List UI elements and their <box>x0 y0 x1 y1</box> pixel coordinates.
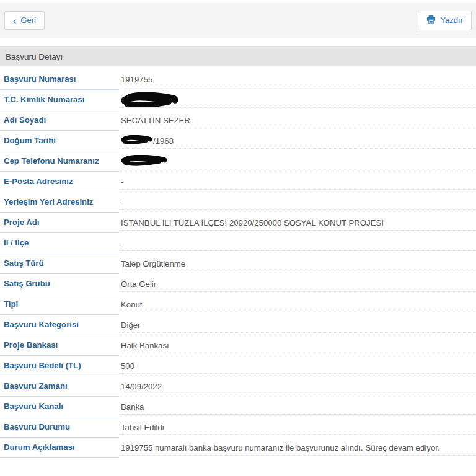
row-value: Konut <box>119 294 476 312</box>
row-label: Doğum Tarihi <box>0 131 119 151</box>
back-button-label: Geri <box>20 15 36 25</box>
row-value-text: Orta Gelir <box>121 280 156 289</box>
row-value-text: 500 <box>121 361 134 371</box>
row-value: /1968 <box>119 131 476 149</box>
row-label: Başvuru Bedeli (TL) <box>0 356 119 376</box>
row-label: Satış Türü <box>0 253 119 274</box>
detail-row: Yerleşim Yeri Adresiniz - <box>0 192 476 213</box>
row-label: Tipi <box>0 294 119 315</box>
row-value: İSTANBUL İLİ TUZLA İLÇESİ 20920/250000 S… <box>119 213 476 231</box>
row-value <box>119 90 476 108</box>
section-header: Başvuru Detayı <box>0 46 476 66</box>
row-value: Diğer <box>119 315 476 333</box>
detail-row: Tipi Konut <box>0 294 476 315</box>
chevron-left-icon: ‹ <box>13 17 16 24</box>
detail-row: Başvuru Numarası 1919755 <box>0 69 476 90</box>
detail-row: Başvuru Kategorisi Diğer <box>0 315 476 335</box>
redaction-scribble <box>121 92 178 108</box>
detail-row: E-Posta Adresiniz - <box>0 172 476 192</box>
row-value: Banka <box>119 397 476 415</box>
row-value-text: Halk Bankası <box>121 341 169 350</box>
row-label: E-Posta Adresiniz <box>0 172 119 192</box>
detail-row: Doğum Tarihi /1968 <box>0 131 476 151</box>
row-value: Halk Bankası <box>119 335 476 353</box>
detail-row: İl / İlçe - <box>0 233 476 253</box>
row-value-text: - <box>121 198 123 207</box>
row-value-text: Banka <box>121 402 144 412</box>
detail-row: Başvuru Zamanı 14/09/2022 <box>0 376 476 397</box>
row-value-text: /1968 <box>153 136 174 146</box>
detail-row: Başvuru Durumu Tahsil Edildi <box>0 417 476 438</box>
redaction-scribble <box>121 155 167 166</box>
row-value: 500 <box>119 356 476 374</box>
row-value: Tahsil Edildi <box>119 417 476 435</box>
row-value-text: Konut <box>121 300 142 309</box>
detail-table: Başvuru Numarası 1919755 T.C. Kimlik Num… <box>0 69 476 458</box>
row-label: Başvuru Zamanı <box>0 376 119 397</box>
row-label: Başvuru Numarası <box>0 69 119 90</box>
row-value-text: Talep Örgütlenme <box>121 259 185 268</box>
row-value: - <box>119 172 476 190</box>
row-label: İl / İlçe <box>0 233 119 253</box>
row-value: Talep Örgütlenme <box>119 253 476 271</box>
print-button[interactable]: Yazdır <box>418 11 472 31</box>
row-value-text: - <box>121 239 123 248</box>
row-value: - <box>119 192 476 210</box>
row-value: - <box>119 233 476 251</box>
row-label: Başvuru Kanalı <box>0 397 119 417</box>
top-toolbar: ‹ Geri Yazdır <box>0 3 476 38</box>
detail-row: Durum Açıklaması 1919755 numaralı banka … <box>0 438 476 458</box>
row-value: SECATTİN SEZER <box>119 110 476 128</box>
row-value: 1919755 numaralı banka başvuru numaranız… <box>119 438 476 456</box>
row-value-text: SECATTİN SEZER <box>121 116 190 125</box>
row-value-text: 1919755 <box>121 75 152 84</box>
row-label: Yerleşim Yeri Adresiniz <box>0 192 119 213</box>
row-label: Başvuru Kategorisi <box>0 315 119 335</box>
row-value: 14/09/2022 <box>119 376 476 394</box>
printer-icon <box>426 15 436 27</box>
row-label: Cep Telefonu Numaranız <box>0 151 119 172</box>
print-button-label: Yazdır <box>440 15 463 25</box>
row-value: Orta Gelir <box>119 274 476 292</box>
row-value-text: 14/09/2022 <box>121 382 162 391</box>
detail-row: Satış Grubu Orta Gelir <box>0 274 476 294</box>
row-label: Başvuru Durumu <box>0 417 119 438</box>
detail-row: Başvuru Bedeli (TL) 500 <box>0 356 476 376</box>
row-value-text: Tahsil Edildi <box>121 423 164 432</box>
redaction-scribble <box>121 135 152 144</box>
row-value-text: - <box>121 177 123 187</box>
detail-row: Satış Türü Talep Örgütlenme <box>0 253 476 274</box>
row-label: Proje Bankası <box>0 335 119 356</box>
row-value-text: İSTANBUL İLİ TUZLA İLÇESİ 20920/250000 S… <box>121 218 384 227</box>
row-value <box>119 151 476 169</box>
back-button[interactable]: ‹ Geri <box>4 11 45 30</box>
row-label: Adı Soyadı <box>0 110 119 131</box>
detail-row: Cep Telefonu Numaranız <box>0 151 476 172</box>
detail-row: T.C. Kimlik Numarası <box>0 90 476 110</box>
row-label: Satış Grubu <box>0 274 119 294</box>
detail-row: Proje Bankası Halk Bankası <box>0 335 476 356</box>
row-value: 1919755 <box>119 69 476 87</box>
detail-row: Adı Soyadı SECATTİN SEZER <box>0 110 476 131</box>
detail-row: Başvuru Kanalı Banka <box>0 397 476 417</box>
row-value-text: Diğer <box>121 320 141 330</box>
page-title: Başvuru Detayı <box>6 52 63 61</box>
row-label: Proje Adı <box>0 213 119 233</box>
row-label: T.C. Kimlik Numarası <box>0 90 119 110</box>
row-value-text: 1919755 numaralı banka başvuru numaranız… <box>121 443 440 452</box>
detail-row: Proje Adı İSTANBUL İLİ TUZLA İLÇESİ 2092… <box>0 213 476 233</box>
row-label: Durum Açıklaması <box>0 438 119 458</box>
